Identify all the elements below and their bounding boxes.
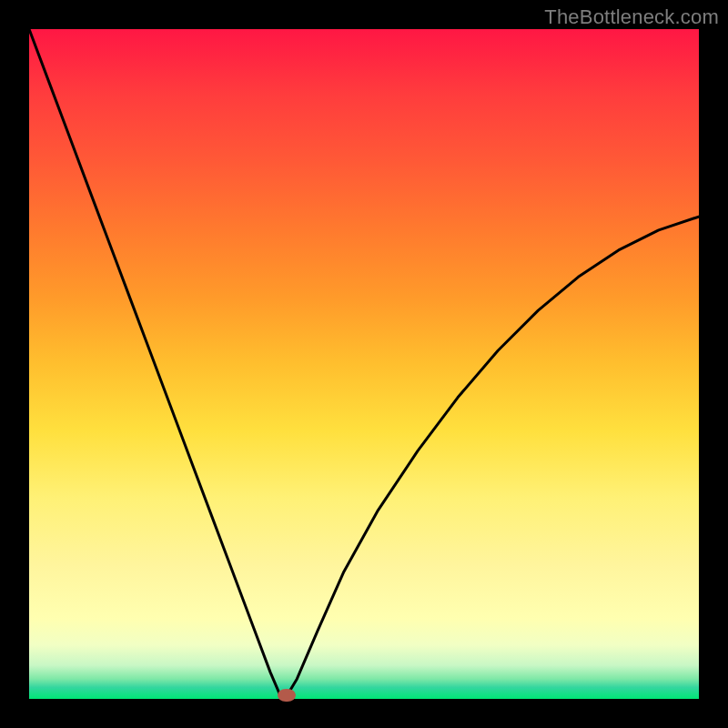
plot-area (29, 29, 699, 699)
bottleneck-marker (278, 689, 296, 702)
line-curve (29, 29, 699, 699)
watermark-text: TheBottleneck.com (544, 5, 719, 29)
chart-frame: TheBottleneck.com (0, 0, 728, 728)
